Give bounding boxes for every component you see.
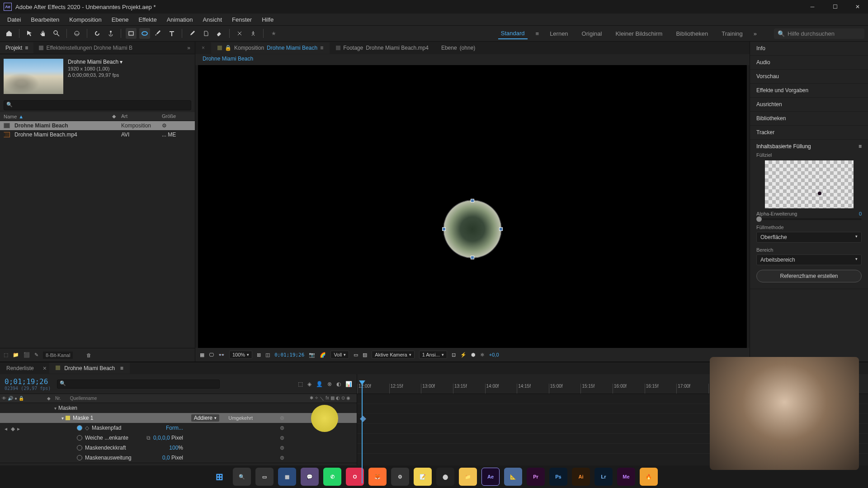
taskbar-premiere-icon[interactable]: Pr	[527, 468, 545, 486]
mask-mode-dropdown[interactable]: Addiere▾	[191, 414, 219, 422]
workspace-original[interactable]: Original	[579, 28, 605, 39]
tab-projekt[interactable]: Projekt ≡	[0, 42, 33, 53]
prev-keyframe-icon[interactable]: ◂	[5, 426, 9, 430]
tab-menu-icon[interactable]: ≡	[25, 45, 28, 51]
tab-layer[interactable]: Ebene (ohne)	[435, 42, 481, 53]
hand-tool[interactable]	[38, 28, 48, 39]
ruler-tick[interactable]: 15:00f	[549, 384, 581, 394]
monitor-icon[interactable]: 🖵	[209, 352, 214, 357]
alpha-expansion-slider[interactable]	[756, 218, 862, 220]
feather-value[interactable]: ⧉0,0,0,0 Pixel	[146, 435, 183, 441]
region-icon[interactable]: ▭	[354, 352, 358, 358]
tab-composition[interactable]: 🔒 Komposition Drohne Miami Beach ≡	[211, 42, 330, 54]
mask-shape[interactable]	[443, 200, 501, 258]
draft3d-icon[interactable]: ◈	[307, 381, 311, 387]
panel-bibliotheken[interactable]: Bibliotheken	[750, 112, 868, 126]
solo-col-icon[interactable]: ●	[14, 396, 17, 401]
resolution-dropdown[interactable]: Voll ▾	[330, 351, 349, 359]
taskbar-mediaencoder-icon[interactable]: Me	[617, 468, 635, 486]
project-search-input[interactable]	[4, 100, 191, 110]
taskbar-aftereffects-icon[interactable]: Ae	[481, 468, 500, 486]
switch-icon[interactable]: ✱	[310, 395, 313, 402]
menu-ebene[interactable]: Ebene	[107, 15, 133, 24]
exposure-value[interactable]: +0,0	[489, 352, 499, 357]
composition-breadcrumb[interactable]: Drohne Miami Beach	[195, 54, 750, 65]
timeline-row-mask1[interactable]: ▾ Maske 1 Addiere▾ Umgekehrt ⊚	[0, 413, 357, 423]
zoom-tool[interactable]	[51, 28, 62, 39]
maximize-button[interactable]: ☐	[828, 0, 842, 14]
taskbar-app-icon[interactable]: ⚙	[391, 468, 409, 486]
fast-preview-icon[interactable]: ⚡	[460, 352, 467, 358]
channel-icon[interactable]: 🌈	[320, 352, 326, 358]
switch-icon[interactable]: ▦	[330, 395, 335, 402]
taskbar-taskview-icon[interactable]: ▭	[255, 468, 274, 486]
panel-ausrichten[interactable]: Ausrichten	[750, 98, 868, 112]
interpret-icon[interactable]: ⬚	[4, 352, 8, 358]
timeline-search-input[interactable]	[57, 380, 220, 389]
ruler-tick[interactable]: 14:15f	[517, 384, 549, 394]
workspace-overflow-icon[interactable]: »	[754, 30, 757, 37]
next-keyframe-icon[interactable]: ▸	[17, 426, 22, 430]
sort-arrow-icon[interactable]: ▲	[19, 114, 24, 119]
panel-info[interactable]: Info	[750, 42, 868, 56]
ruler-tick[interactable]: 16:00f	[613, 384, 645, 394]
switch-icon[interactable]: ⊙	[341, 395, 345, 402]
taskbar-notes-icon[interactable]: 📝	[414, 468, 432, 486]
timeline-row-expansion[interactable]: Maskenausweitung 0,0 Pixel ⊚	[0, 453, 357, 463]
audio-col-icon[interactable]: 🔊	[8, 396, 13, 401]
taskbar-photoshop-icon[interactable]: Ps	[549, 468, 567, 486]
graph-editor-icon[interactable]: 📊	[345, 381, 352, 387]
snapshot-icon[interactable]: 📷	[309, 352, 315, 358]
col-source-label[interactable]: Quellenname	[70, 396, 97, 401]
switch-icon[interactable]: ◉	[346, 395, 350, 402]
brush-tool[interactable]	[187, 28, 198, 39]
rotation-tool[interactable]	[92, 28, 103, 39]
taskbar-opera-icon[interactable]: O	[346, 468, 364, 486]
new-folder-icon[interactable]: 📁	[13, 352, 19, 358]
tab-close-icon[interactable]: ×	[40, 365, 49, 372]
timeline-row-opacity[interactable]: Maskendeckkraft 100% ⊚	[0, 443, 357, 453]
asset-row-footage[interactable]: Drohne Miami Beach.mp4 AVI ... ME	[0, 130, 195, 139]
timeline-row-maskpath[interactable]: ◂◆▸ ◇ Maskenpfad Form... ⊚	[0, 423, 357, 433]
switch-icon[interactable]: ✧	[315, 395, 318, 402]
link-icon[interactable]: ⊚	[280, 445, 284, 451]
workspace-menu-icon[interactable]: ≡	[536, 30, 539, 37]
viewer-timecode[interactable]: 0;01;19;26	[274, 352, 304, 358]
workspace-training[interactable]: Training	[719, 28, 745, 39]
workspace-kleiner[interactable]: Kleiner Bildschirm	[613, 28, 665, 39]
taskbar-illustrator-icon[interactable]: Ai	[572, 468, 590, 486]
transparency-icon[interactable]: ▨	[363, 352, 367, 358]
lock-col-icon[interactable]: 🔒	[19, 396, 24, 401]
menu-ansicht[interactable]: Ansicht	[198, 15, 226, 24]
link-icon[interactable]: ⊚	[280, 415, 284, 421]
alpha-icon[interactable]: ▦	[200, 352, 204, 358]
puppet-tool[interactable]	[248, 28, 259, 39]
col-type-label[interactable]: Art	[121, 113, 162, 119]
link-icon[interactable]: ⊚	[280, 425, 284, 431]
taskbar-chat-icon[interactable]: 💬	[301, 468, 319, 486]
panel-audio[interactable]: Audio	[750, 56, 868, 70]
stopwatch-icon[interactable]	[77, 455, 82, 460]
taskbar-widgets-icon[interactable]: ▦	[278, 468, 296, 486]
menu-datei[interactable]: Datei	[3, 15, 25, 24]
taskbar-explorer-icon[interactable]: 📁	[459, 468, 477, 486]
shy-icon[interactable]: 👤	[316, 381, 323, 387]
bit-depth-label[interactable]: 8-Bit-Kanal	[43, 352, 73, 359]
panel-overflow-icon[interactable]: »	[183, 45, 195, 51]
panel-menu-icon[interactable]: ≡	[859, 143, 862, 150]
workspace-bibliotheken[interactable]: Bibliotheken	[673, 28, 711, 39]
workspace-lernen[interactable]: Lernen	[547, 28, 571, 39]
col-label-icon[interactable]: ◆	[112, 113, 121, 119]
guides-icon[interactable]: ◫	[265, 352, 270, 358]
asset-row-comp[interactable]: Drohne Miami Beach Komposition ⚙	[0, 121, 195, 130]
label-col-icon[interactable]: ◆	[47, 396, 51, 401]
menu-hilfe[interactable]: Hilfe	[257, 15, 278, 24]
opacity-value[interactable]: 100%	[169, 445, 183, 451]
tab-effekteinstellungen[interactable]: Effekteinstellungen Drohne Miami B	[33, 42, 138, 53]
help-search[interactable]: 🔍 Hilfe durchsuchen	[774, 28, 864, 39]
stopwatch-icon[interactable]	[77, 435, 82, 441]
anchor-tool[interactable]	[105, 28, 116, 39]
mask-handle-bottom[interactable]	[471, 256, 474, 259]
alpha-expansion-value[interactable]: 0	[859, 211, 862, 216]
twirl-icon[interactable]: ▾	[54, 406, 57, 411]
